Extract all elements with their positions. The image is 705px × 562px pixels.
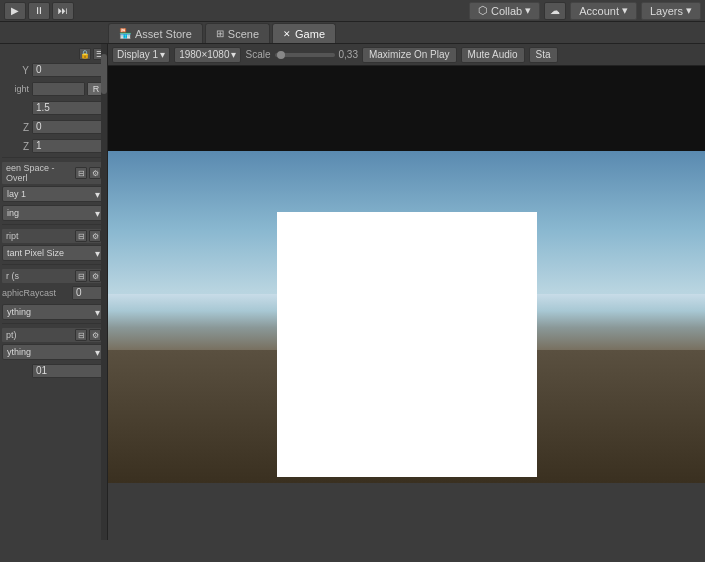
script2-gear-icon[interactable]: ⚙ <box>89 329 101 341</box>
anything2-row: ything ▾ <box>2 344 105 360</box>
pos-y-value[interactable]: 0 <box>32 63 105 77</box>
display-arrow-icon: ▾ <box>95 189 100 200</box>
tab-asset-store-label: Asset Store <box>135 28 192 40</box>
anything2-arrow-icon: ▾ <box>95 347 100 358</box>
z0-label: Z <box>2 122 32 133</box>
tabs-row: 🏪 Asset Store ⊞ Scene ✕ Game <box>0 22 705 44</box>
collab-button[interactable]: ⬡ Collab ▾ <box>469 2 540 20</box>
anything-arrow-icon: ▾ <box>95 307 100 318</box>
display-select[interactable]: Display 1 ▾ <box>112 47 170 63</box>
play-button[interactable]: ▶ <box>4 2 26 20</box>
account-arrow-icon: ▾ <box>622 4 628 17</box>
render-row: ing ▾ <box>2 205 105 221</box>
script-gear-icon[interactable]: ⚙ <box>89 230 101 242</box>
pixel-arrow-icon: ▾ <box>95 248 100 259</box>
display-label: lay 1 <box>7 189 26 199</box>
collab-label: Collab <box>491 5 522 17</box>
pos-y-label: Y <box>2 65 32 76</box>
height-row: ight R <box>2 81 105 97</box>
z0-value[interactable]: 0 <box>32 120 105 134</box>
anything2-label: ything <box>7 347 31 357</box>
ui-white-rect <box>277 212 537 477</box>
resolution-select[interactable]: 1980×1080 ▾ <box>174 47 241 63</box>
account-label: Account <box>579 5 619 17</box>
tab-game[interactable]: ✕ Game <box>272 23 336 43</box>
height-value[interactable] <box>32 82 85 96</box>
z1-label: Z <box>2 141 32 152</box>
script-label: ript <box>6 231 19 241</box>
tab-scene-label: Scene <box>228 28 259 40</box>
raycaster-minus-icon[interactable]: ⊟ <box>75 270 87 282</box>
anything-label: ything <box>7 307 31 317</box>
left-panel-scrollbar[interactable] <box>101 44 107 540</box>
tab-scene[interactable]: ⊞ Scene <box>205 23 270 43</box>
val2-value[interactable]: 01 <box>32 364 105 378</box>
layers-arrow-icon: ▾ <box>686 4 692 17</box>
panel-lock-icon[interactable]: 🔒 <box>79 48 91 60</box>
cloud-button[interactable]: ☁ <box>544 2 566 20</box>
collab-arrow: ▾ <box>525 4 531 17</box>
resolution-arrow: ▾ <box>231 49 236 60</box>
display-row: lay 1 ▾ <box>2 186 105 202</box>
raycaster-section: r (s ⊟ ⚙ <box>2 269 105 283</box>
script2-section: pt) ⊟ ⚙ <box>2 328 105 342</box>
scale-label: Scale <box>245 49 270 60</box>
scene-icon: ⊞ <box>216 28 224 39</box>
sky-dark-band <box>108 66 705 151</box>
script2-minus-icon[interactable]: ⊟ <box>75 329 87 341</box>
val-row: 1.5 <box>2 100 105 116</box>
layers-button[interactable]: Layers ▾ <box>641 2 701 20</box>
top-toolbar: ▶ ⏸ ⏭ ⬡ Collab ▾ ☁ Account ▾ Layers ▾ <box>0 0 705 22</box>
game-view: Display 1 ▾ 1980×1080 ▾ Scale 0,33 Maxim… <box>108 44 705 540</box>
raycast-label: aphicRaycast <box>2 288 72 298</box>
mute-label: Mute Audio <box>468 49 518 60</box>
screen-space-minus-icon[interactable]: ⊟ <box>75 167 87 179</box>
val-value[interactable]: 1.5 <box>32 101 105 115</box>
z0-row: Z 0 <box>2 119 105 135</box>
display-dropdown[interactable]: lay 1 ▾ <box>2 186 105 202</box>
game-display-toolbar: Display 1 ▾ 1980×1080 ▾ Scale 0,33 Maxim… <box>108 44 705 66</box>
pause-button[interactable]: ⏸ <box>28 2 50 20</box>
maximize-btn[interactable]: Maximize On Play <box>362 47 457 63</box>
pixel-dropdown[interactable]: tant Pixel Size ▾ <box>2 245 105 261</box>
display-select-arrow: ▾ <box>160 49 165 60</box>
pixel-label: tant Pixel Size <box>7 248 64 258</box>
render-label: ing <box>7 208 19 218</box>
render-arrow-icon: ▾ <box>95 208 100 219</box>
z1-row: Z 1 <box>2 138 105 154</box>
asset-store-icon: 🏪 <box>119 28 131 39</box>
main-area: 🔒 ☰ Y 0 ight R 1.5 Z 0 Z 1 <box>0 44 705 540</box>
left-panel: 🔒 ☰ Y 0 ight R 1.5 Z 0 Z 1 <box>0 44 108 540</box>
anything-row: ything ▾ <box>2 304 105 320</box>
maximize-label: Maximize On Play <box>369 49 450 60</box>
display-select-label: Display 1 <box>117 49 158 60</box>
anything-dropdown[interactable]: ything ▾ <box>2 304 105 320</box>
play-controls: ▶ ⏸ ⏭ <box>4 2 74 20</box>
collab-icon: ⬡ <box>478 4 488 17</box>
script2-label: pt) <box>6 330 17 340</box>
cloud-icon: ☁ <box>550 5 560 16</box>
game-close-icon: ✕ <box>283 29 291 39</box>
tab-asset-store[interactable]: 🏪 Asset Store <box>108 23 203 43</box>
screen-space-gear-icon[interactable]: ⚙ <box>89 167 101 179</box>
scale-slider[interactable] <box>275 53 335 57</box>
stats-label: Sta <box>536 49 551 60</box>
raycaster-label: r (s <box>6 271 19 281</box>
script-minus-icon[interactable]: ⊟ <box>75 230 87 242</box>
z1-value[interactable]: 1 <box>32 139 105 153</box>
raycast-row: aphicRaycast 0 <box>2 285 105 301</box>
step-button[interactable]: ⏭ <box>52 2 74 20</box>
mute-btn[interactable]: Mute Audio <box>461 47 525 63</box>
account-button[interactable]: Account ▾ <box>570 2 637 20</box>
render-dropdown[interactable]: ing ▾ <box>2 205 105 221</box>
val2-row: 01 <box>2 363 105 379</box>
pixel-row: tant Pixel Size ▾ <box>2 245 105 261</box>
resolution-label: 1980×1080 <box>179 49 229 60</box>
stats-btn[interactable]: Sta <box>529 47 558 63</box>
scale-value: 0,33 <box>339 49 358 60</box>
pos-y-row: Y 0 <box>2 62 105 78</box>
screen-space-section: een Space - Overl ⊟ ⚙ <box>2 162 105 184</box>
anything2-dropdown[interactable]: ything ▾ <box>2 344 105 360</box>
screen-space-label: een Space - Overl <box>6 163 75 183</box>
raycaster-gear-icon[interactable]: ⚙ <box>89 270 101 282</box>
